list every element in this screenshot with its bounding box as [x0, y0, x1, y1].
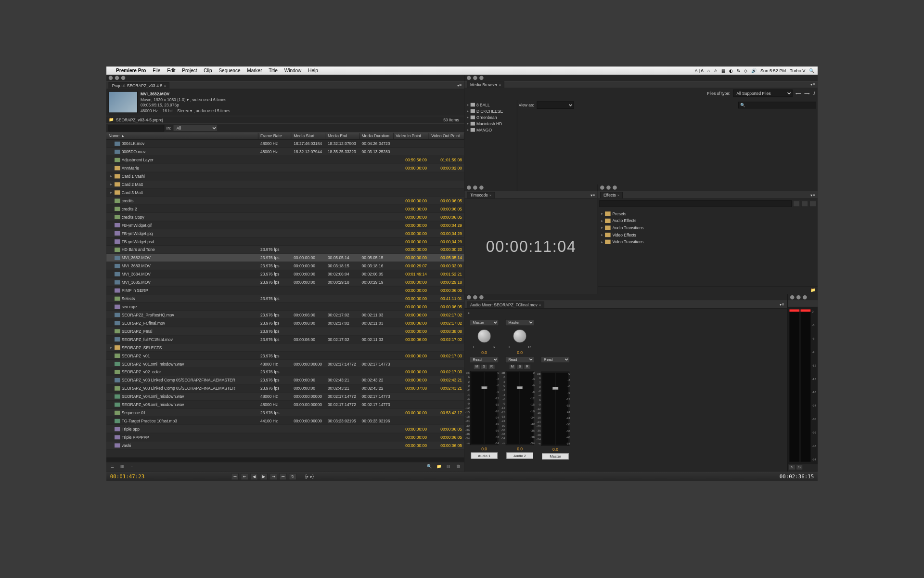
bin-row[interactable]: 0004LK.mov48000 Hz18:27:46:0318418:32:12…	[106, 140, 464, 148]
play[interactable]: ▶	[260, 473, 267, 480]
menu-help[interactable]: Help	[308, 68, 318, 74]
channel-name[interactable]: Audio 1	[471, 452, 497, 459]
solo-button[interactable]: S	[516, 364, 523, 369]
drive-item[interactable]: ▸8 BALL	[466, 102, 515, 108]
view-as-select[interactable]	[537, 102, 574, 109]
fader-handle[interactable]	[517, 386, 523, 389]
menu-title[interactable]: Title	[269, 68, 278, 74]
media-browser-tree[interactable]: ▸8 BALL▸DICKCHEESE▸Greenbean▸Macintosh H…	[464, 100, 517, 193]
channel-gain-value[interactable]: 0.0	[552, 447, 558, 452]
clear-icon[interactable]: 🗑	[455, 464, 461, 470]
bin-row[interactable]: SEORAPZ_FCfinal.mov23.976 fps00:00:06:00…	[106, 319, 464, 327]
bin-row[interactable]: FB-ymWidget.psd00:00:00:0000:00;04;29	[106, 237, 464, 246]
dropbox-icon[interactable]: ⌂	[707, 68, 710, 73]
effects-tab[interactable]: Effects×	[600, 192, 623, 198]
playhead-timecode[interactable]: 00:01:47:23	[110, 473, 144, 479]
bin-row[interactable]: PIMP in SERP00:00:00:0000:00:06:05	[106, 287, 464, 295]
automation-mode-select[interactable]: Read	[470, 356, 499, 363]
mixer-expand-icon[interactable]: ▸	[468, 310, 470, 315]
nav-back-icon[interactable]: ⟵	[796, 91, 801, 96]
horizontal-scrollbar[interactable]	[106, 458, 464, 461]
channel-meter[interactable]: dB620-2-4-6-9-12-15-18-24-30-36-48-54-∞0…	[541, 372, 569, 446]
find-icon[interactable]: 🔍	[426, 464, 432, 470]
close-tab-icon[interactable]: ×	[489, 193, 491, 197]
go-to-out[interactable]: ⤠	[279, 473, 286, 480]
col-videoin-header[interactable]: Video In Point	[394, 133, 429, 139]
panel-menu-icon[interactable]: ▾≡	[590, 192, 595, 197]
close-tab-icon[interactable]: ×	[617, 193, 619, 197]
bin-row[interactable]: SEORAPZ_v01.xml_mixdown.wav48000 Hz00:00…	[106, 360, 464, 368]
bin-row[interactable]: SEORAPZ_v02_color23.976 fps00:00:00:0000…	[106, 368, 464, 376]
menu-project[interactable]: Project	[182, 68, 197, 74]
timecode-display[interactable]: 00:00:11:04	[486, 237, 577, 255]
bin-row[interactable]: ▸Card 3 Matt	[106, 188, 464, 197]
project-tab[interactable]: Project: SEORAPZ_v03-4-5×	[109, 82, 169, 88]
fx-accelerated-icon[interactable]	[793, 201, 800, 207]
drive-item[interactable]: ▸MANGO	[466, 127, 515, 133]
close-tab-icon[interactable]: ×	[539, 303, 541, 307]
menu-file[interactable]: File	[153, 68, 160, 74]
fader-handle[interactable]	[481, 386, 487, 389]
bin-row[interactable]: SEORAPZ_v04.xml_mixdown.wav48000 Hz00:00…	[106, 393, 464, 401]
channel-gain-value[interactable]: 0.0	[517, 447, 523, 451]
list-view-icon[interactable]: ☰	[109, 464, 115, 470]
menu-marker[interactable]: Marker	[247, 68, 262, 74]
media-browser-search-input[interactable]	[738, 102, 816, 108]
effects-folder[interactable]: ▸Audio Transitions	[600, 224, 816, 231]
bin-row[interactable]: SEORAPZ_v03 Linked Comp 05/SEORAPZFINALA…	[106, 376, 464, 384]
timecode-tab[interactable]: Timecode×	[467, 192, 495, 198]
bin-row[interactable]: Adjustment Layer00:59:56:0901:01:59:08	[106, 156, 464, 164]
pan-knob[interactable]	[513, 329, 526, 343]
bin-row[interactable]: 0005DO.mov48000 Hz18:32:12:0794418:35:25…	[106, 148, 464, 156]
solo-toggle[interactable]: S	[796, 465, 803, 470]
effects-folder[interactable]: ▸Video Effects	[600, 231, 816, 238]
new-item-icon[interactable]: ▤	[446, 464, 451, 470]
fx-yuv-icon[interactable]	[809, 201, 816, 207]
bluetooth-icon[interactable]: ▦	[721, 68, 725, 73]
close-tab-icon[interactable]: ×	[164, 83, 166, 87]
bin-row[interactable]: Triple ppp00:00:00:0000:00:06:05	[106, 425, 464, 433]
panel-menu-icon[interactable]: ▾≡	[457, 83, 462, 88]
solo-toggle[interactable]: S	[789, 465, 796, 470]
bin-row[interactable]: ▸SEORAPZ_SELECTS	[106, 343, 464, 352]
col-mediastart-header[interactable]: Media Start	[292, 133, 326, 139]
project-bin-list[interactable]: 0004LK.mov48000 Hz18:27:46:0318418:32:12…	[106, 140, 464, 458]
channel-name[interactable]: Master	[542, 453, 568, 460]
automation-mode-select[interactable]: Read	[541, 356, 570, 363]
channel-route-select[interactable]: Master	[505, 319, 534, 326]
pan-value[interactable]: 0.0	[517, 351, 523, 355]
project-filename[interactable]: SEORAPZ_v03-4-5.prproj	[116, 118, 163, 122]
bin-row[interactable]: SEORAPZ_fullFC15sat.mov23.976 fps00:00:0…	[106, 335, 464, 343]
icon-view-icon[interactable]: ▦	[119, 464, 125, 470]
effects-folder[interactable]: ▸Presets	[600, 210, 816, 217]
sync-icon[interactable]: ↻	[737, 68, 741, 73]
clock[interactable]: Sun 5:52 PM	[760, 68, 786, 73]
automate-icon[interactable]: ◦	[128, 464, 134, 470]
zoom-window[interactable]	[121, 76, 125, 79]
channel-name[interactable]: Audio 2	[506, 452, 533, 459]
loop[interactable]: ↻	[289, 473, 296, 480]
adobe-icon[interactable]: A | 6	[695, 68, 704, 73]
spotlight-icon[interactable]: 🔍	[809, 68, 815, 73]
bin-row[interactable]: credits00:00:00:0000:00:06:05	[106, 197, 464, 205]
record-button[interactable]: R	[524, 364, 531, 369]
nav-up-icon[interactable]: ⤴	[813, 91, 816, 95]
channel-gain-value[interactable]: 0.0	[481, 447, 487, 451]
go-to-in[interactable]: ⤟	[231, 473, 238, 480]
loop-icon[interactable]: {▸	[305, 474, 308, 479]
menu-clip[interactable]: Clip	[204, 68, 212, 74]
bin-row[interactable]: ▸Card 1 Vashi	[106, 172, 464, 181]
channel-route-select[interactable]: Master	[470, 319, 499, 326]
channel-meter[interactable]: dB620-2-4-6-9-12-15-18-24-30-36-48-54-∞0…	[470, 371, 498, 445]
close-window[interactable]	[109, 76, 113, 79]
solo-button[interactable]: S	[481, 364, 488, 369]
new-bin-icon[interactable]: 📁	[436, 464, 442, 470]
step-forward[interactable]: ⇥	[270, 473, 277, 480]
bin-row[interactable]: FB-ymWidget.jpg00:00:00:0000:00;04;29	[106, 229, 464, 237]
bin-row[interactable]: credits Copy00:00:00:0000:00:06:05	[106, 213, 464, 221]
menu-edit[interactable]: Edit	[167, 68, 175, 74]
media-browser-content[interactable]	[519, 110, 816, 192]
out-timecode[interactable]: 00:02:36:15	[780, 473, 814, 479]
bin-row[interactable]: credits 200:00:00:0000:00:06:05	[106, 205, 464, 213]
bin-row[interactable]: Sequence 0123.976 fps00:00:00:0000:53:42…	[106, 409, 464, 417]
